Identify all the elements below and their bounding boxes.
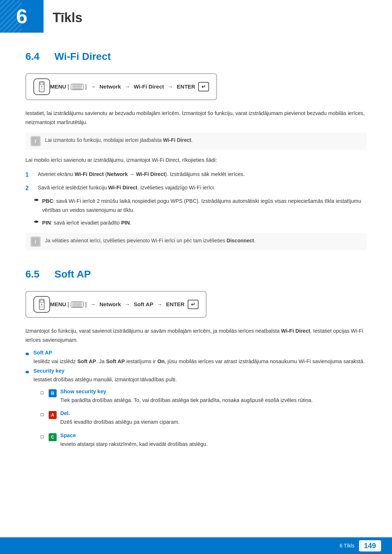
- bracket-open: [: [68, 83, 69, 90]
- badge-c: C: [49, 433, 57, 441]
- sub-item-show-title: Show security key: [60, 389, 367, 394]
- bullet-dot-security: [25, 371, 29, 373]
- bracket-open-65: [: [68, 301, 69, 307]
- footer-text: 6 Tīkls: [340, 543, 355, 549]
- svg-point-2: [41, 86, 42, 87]
- sub-item-space: C Space Ievieto atstarpi starp rakstzīmē…: [41, 432, 367, 449]
- sub-item-show-content: Show security key Tiek parādīta drošības…: [60, 389, 367, 405]
- section-64-header: 6.4 Wi-Fi Direct: [25, 51, 367, 62]
- intro-text-65: Izmantojot šo funkciju, varat savienot i…: [25, 327, 367, 344]
- remote-icon-65: [33, 296, 50, 313]
- sub-item-space-content: Space Ievieto atstarpi starp rakstzīmēm,…: [60, 432, 367, 449]
- chapter-number: 6: [16, 6, 27, 26]
- enter-label: ENTER: [177, 83, 195, 90]
- svg-text:i: i: [35, 139, 36, 144]
- section-65: 6.5 Soft AP MENU [ ▒▒▒: [25, 268, 367, 454]
- bracket-close-65: ]: [85, 301, 87, 307]
- sub-item-space-text: Ievieto atstarpi starp rakstzīmēm, kad i…: [60, 441, 208, 447]
- enter-label-65: ENTER: [166, 301, 185, 307]
- step-2-number: 2: [25, 183, 36, 193]
- arrow3: →: [168, 83, 173, 90]
- sub-item-del: A Del. Dzēš ievadīto drošības atslēgu pa…: [41, 410, 367, 427]
- chapter-header: 6: [0, 0, 44, 33]
- intro-text-64: Iestatiet, lai izstrādājumu savienotu ar…: [25, 109, 367, 127]
- wifidirect-label: Wi-Fi Direct: [134, 83, 164, 90]
- bullet-dot-softap: [25, 353, 29, 355]
- step-1-text: Atveriet ekrānu Wi-Fi Direct (Network → …: [38, 170, 367, 179]
- bullet-pbc: PBC: savā Wi-Fi ierīcē 2 minūšu laikā no…: [34, 197, 367, 214]
- arrow1-65: →: [90, 301, 96, 307]
- menu-grid-icon-65: ▒▒▒: [71, 301, 84, 308]
- arrow2: →: [124, 83, 130, 90]
- sub-item-square-3: [41, 435, 44, 438]
- bullet-softap-title: Soft AP: [33, 350, 367, 356]
- network-label: Network: [99, 83, 121, 90]
- content-area: 6.4 Wi-Fi Direct MENU [ ▒▒▒ ] → Net: [0, 0, 392, 481]
- bullet-security-text: Iestatiet drošības atslēgu manuāli, izma…: [33, 377, 177, 382]
- bullet-softap: Soft AP Ieslēdz vai izslēdz Soft AP. Ja …: [25, 350, 367, 366]
- step-2: 2 Savā ierīcē ieslēdziet funkciju Wi-Fi …: [25, 183, 367, 193]
- note-text-2: Ja vēlaties atvienot ierīci, izvēlieties…: [45, 237, 256, 245]
- note-text-1: Lai izmantotu šo funkciju, mobilajai ier…: [45, 136, 193, 144]
- bullet-dot-pin: [34, 221, 38, 223]
- enter-icon-65: ↵: [188, 300, 199, 309]
- sub-item-show-security-key: B Show security key Tiek parādīta drošīb…: [41, 389, 367, 405]
- step-1: 1 Atveriet ekrānu Wi-Fi Direct (Network …: [25, 170, 367, 180]
- bullet-pin: PIN: savā ierīcē ievadiet parādīto PIN.: [34, 218, 367, 227]
- footer-page: 149: [359, 540, 381, 551]
- section-64-number: 6.4: [25, 51, 47, 62]
- note-box-2: i Ja vēlaties atvienot ierīci, izvēlieti…: [25, 233, 367, 250]
- chapter-title: Tīkls: [53, 10, 82, 25]
- network-label-65: Network: [99, 301, 121, 307]
- menu-grid-icon: ▒▒▒: [71, 84, 84, 90]
- bullet-softap-content: Soft AP Ieslēdz vai izslēdz Soft AP. Ja …: [33, 350, 367, 366]
- svg-rect-13: [40, 307, 44, 308]
- menu-label-65: MENU: [50, 301, 66, 307]
- menu-path-text-65: MENU [ ▒▒▒ ] → Network → Soft AP → ENTER…: [50, 300, 199, 309]
- badge-a: A: [49, 411, 57, 419]
- svg-text:i: i: [35, 239, 36, 245]
- section-65-title: Soft AP: [54, 268, 91, 280]
- svg-rect-4: [40, 90, 44, 90]
- section-65-number: 6.5: [25, 268, 47, 280]
- badge-b: B: [49, 389, 57, 397]
- svg-point-11: [41, 304, 42, 305]
- svg-rect-12: [40, 306, 44, 307]
- sub-item-list: B Show security key Tiek parādīta drošīb…: [41, 389, 367, 449]
- sub-item-del-content: Del. Dzēš ievadīto drošības atslēgu pa v…: [60, 410, 367, 427]
- note-box-1: i Lai izmantotu šo funkciju, mobilajai i…: [25, 132, 367, 150]
- bullet-softap-text: Ieslēdz vai izslēdz Soft AP. Ja Soft AP …: [33, 358, 365, 364]
- arrow2-65: →: [124, 301, 130, 307]
- softap-label: Soft AP: [134, 301, 154, 307]
- bullet-security-title: Security key: [33, 368, 367, 374]
- section-64-title: Wi-Fi Direct: [54, 51, 111, 62]
- footer: 6 Tīkls 149: [0, 537, 392, 554]
- sub-item-space-title: Space: [60, 432, 367, 438]
- bullet-security: Security key Iestatiet drošības atslēgu …: [25, 368, 367, 455]
- sub-item-square-2: [41, 413, 44, 416]
- note-icon-2: i: [30, 237, 41, 247]
- sub-item-del-text: Dzēš ievadīto drošības atslēgu pa vienam…: [60, 419, 180, 425]
- arrow3-65: →: [157, 301, 162, 307]
- arrow1: →: [90, 83, 96, 90]
- remote-icon: [33, 78, 50, 95]
- enter-icon: ↵: [198, 82, 209, 91]
- svg-rect-3: [40, 89, 44, 89]
- page: 6 Tīkls 6.4 Wi-Fi Direct MENU [: [0, 0, 392, 554]
- sub-item-square-1: [41, 391, 44, 394]
- bullet-text-pbc: PBC: savā Wi-Fi ierīcē 2 minūšu laikā no…: [42, 197, 367, 214]
- note-icon-1: i: [30, 136, 41, 146]
- menu-label: MENU: [50, 83, 66, 90]
- step-2-text: Savā ierīcē ieslēdziet funkciju Wi-Fi Di…: [38, 183, 367, 192]
- sub-item-del-title: Del.: [60, 410, 367, 416]
- steps-list-64: 1 Atveriet ekrānu Wi-Fi Direct (Network …: [25, 170, 367, 193]
- menu-path-64: MENU [ ▒▒▒ ] → Network → Wi-Fi Direct → …: [25, 73, 217, 100]
- section-65-header: 6.5 Soft AP: [25, 268, 367, 280]
- bullet-dot-pbc: [34, 199, 38, 201]
- menu-path-text-64: MENU [ ▒▒▒ ] → Network → Wi-Fi Direct → …: [50, 82, 209, 91]
- main-bullet-list-65: Soft AP Ieslēdz vai izslēdz Soft AP. Ja …: [25, 350, 367, 455]
- sub-bullets-64: PBC: savā Wi-Fi ierīcē 2 minūšu laikā no…: [34, 197, 367, 227]
- sub-item-show-text: Tiek parādīta drošības atslēga. To, vai …: [60, 397, 313, 403]
- step-1-number: 1: [25, 170, 36, 180]
- bracket-close: ]: [85, 83, 87, 90]
